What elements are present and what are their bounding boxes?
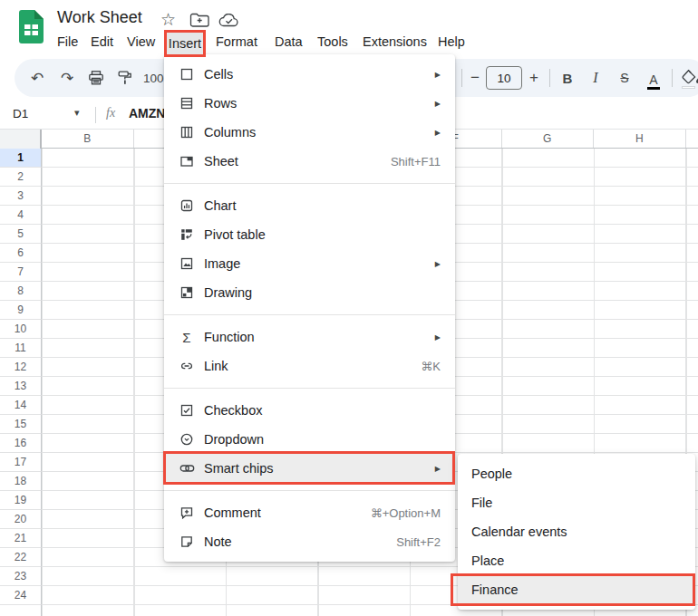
column-header[interactable]: B <box>42 130 134 148</box>
columns-icon <box>179 125 195 140</box>
column-header[interactable]: G <box>502 130 595 148</box>
row-header[interactable]: 14 <box>0 396 42 415</box>
menu-item-cells[interactable]: Cells ▶ <box>164 60 455 89</box>
row-header[interactable]: 8 <box>0 282 42 301</box>
menu-item-label: Dropdown <box>204 432 441 447</box>
increase-font-size-button[interactable]: + <box>525 59 543 97</box>
checkbox-icon <box>179 403 195 418</box>
row-header[interactable]: 12 <box>0 358 42 377</box>
row-header[interactable]: 20 <box>0 510 42 529</box>
submenu-arrow-icon: ▶ <box>435 260 441 268</box>
menu-item-note[interactable]: Note Shift+F2 <box>164 527 455 556</box>
row-header[interactable]: 24 <box>0 586 42 605</box>
finance-annotation-box <box>451 573 695 606</box>
menu-item-function[interactable]: Σ Function ▶ <box>164 322 455 351</box>
bold-button[interactable]: B <box>558 59 577 97</box>
submenu-arrow-icon: ▶ <box>435 100 441 108</box>
strikethrough-button[interactable]: S <box>616 59 634 97</box>
menu-separator <box>164 183 455 184</box>
row-header[interactable]: 7 <box>0 263 42 282</box>
row-header[interactable]: 21 <box>0 529 42 548</box>
row-header[interactable]: 6 <box>0 244 42 263</box>
menu-help[interactable]: Help <box>438 34 465 49</box>
row-header[interactable]: 17 <box>0 453 42 472</box>
function-sigma-icon: Σ <box>179 330 195 345</box>
menu-item-comment[interactable]: Comment ⌘+Option+M <box>164 498 455 527</box>
row-header[interactable]: 11 <box>0 339 42 358</box>
name-box[interactable]: D1 <box>13 107 28 120</box>
row-header[interactable]: 5 <box>0 225 42 244</box>
print-button[interactable] <box>87 59 105 97</box>
fill-color-swatch <box>682 86 695 89</box>
formula-input[interactable]: AMZN <box>129 106 165 120</box>
menu-item-dropdown[interactable]: Dropdown <box>164 425 455 454</box>
menu-insert-active[interactable]: Insert <box>164 30 206 57</box>
menu-file[interactable]: File <box>57 34 78 49</box>
row-header[interactable]: 9 <box>0 301 42 320</box>
menu-item-rows[interactable]: Rows ▶ <box>164 89 455 118</box>
column-header-partial[interactable] <box>686 130 698 148</box>
menu-item-chart[interactable]: Chart <box>164 191 455 220</box>
menu-item-link[interactable]: Link ⌘K <box>164 351 455 380</box>
row-header[interactable]: 15 <box>0 415 42 434</box>
comment-icon <box>179 505 195 520</box>
menu-item-sheet[interactable]: Sheet Shift+F11 <box>164 147 455 176</box>
decrease-font-size-button[interactable]: − <box>466 59 484 97</box>
row-header[interactable]: 10 <box>0 320 42 339</box>
menu-item-checkbox[interactable]: Checkbox <box>164 396 455 425</box>
zoom-control[interactable]: 100 <box>143 59 164 97</box>
menu-item-image[interactable]: Image ▶ <box>164 249 455 278</box>
menu-view[interactable]: View <box>127 34 155 49</box>
row-header[interactable]: 4 <box>0 206 42 225</box>
menu-item-columns[interactable]: Columns ▶ <box>164 118 455 147</box>
rows-icon <box>179 96 195 111</box>
row-header[interactable]: 2 <box>0 168 42 187</box>
column-header[interactable]: H <box>594 130 686 148</box>
row-header[interactable]: 16 <box>0 434 42 453</box>
menu-item-pivot-table[interactable]: Pivot table <box>164 220 455 249</box>
redo-button[interactable]: ↷ <box>58 59 76 97</box>
font-size-input[interactable]: 10 <box>486 66 522 90</box>
menu-data[interactable]: Data <box>275 34 303 49</box>
document-title[interactable]: Work Sheet <box>57 8 142 27</box>
row-header[interactable]: 23 <box>0 567 42 586</box>
smart-chips-annotation-box <box>163 451 455 485</box>
text-color-swatch <box>647 87 660 90</box>
submenu-item-people[interactable]: People <box>458 459 695 488</box>
menu-item-label: Pivot table <box>204 227 441 242</box>
text-color-button[interactable]: A <box>645 59 663 97</box>
menu-extensions[interactable]: Extensions <box>363 34 427 49</box>
menu-item-shortcut: ⌘K <box>421 360 441 373</box>
menu-item-label: Checkbox <box>204 403 441 418</box>
menu-item-drawing[interactable]: Drawing <box>164 278 455 307</box>
row-header[interactable]: 18 <box>0 472 42 491</box>
row-header[interactable]: 13 <box>0 377 42 396</box>
select-all-corner[interactable] <box>0 130 42 149</box>
menu-format[interactable]: Format <box>216 34 257 49</box>
fill-color-button[interactable] <box>680 59 698 97</box>
move-folder-icon[interactable] <box>189 13 209 28</box>
dropdown-icon <box>179 432 195 447</box>
row-header[interactable]: 22 <box>0 548 42 567</box>
name-box-caret-icon[interactable]: ▾ <box>74 107 80 119</box>
row-header[interactable] <box>0 605 42 616</box>
italic-button[interactable]: I <box>587 59 605 97</box>
submenu-item-label: Calendar events <box>471 525 567 539</box>
row-header[interactable]: 19 <box>0 491 42 510</box>
sheet-icon <box>179 154 195 168</box>
submenu-item-label: People <box>471 467 512 481</box>
menu-edit[interactable]: Edit <box>91 34 113 49</box>
menu-item-shortcut: Shift+F11 <box>391 155 441 168</box>
row-header[interactable]: 1 <box>0 149 42 168</box>
star-icon[interactable]: ☆ <box>160 10 176 30</box>
submenu-item-calendar-events[interactable]: Calendar events <box>458 517 695 546</box>
row-header[interactable]: 3 <box>0 187 42 206</box>
menu-tools[interactable]: Tools <box>317 34 348 49</box>
submenu-item-file[interactable]: File <box>458 488 695 517</box>
undo-button[interactable]: ↶ <box>28 59 46 97</box>
submenu-arrow-icon: ▶ <box>435 71 441 79</box>
submenu-item-place[interactable]: Place <box>458 546 695 575</box>
note-icon <box>179 534 195 549</box>
paint-format-button[interactable] <box>116 59 134 97</box>
cloud-status-icon[interactable] <box>218 14 240 28</box>
